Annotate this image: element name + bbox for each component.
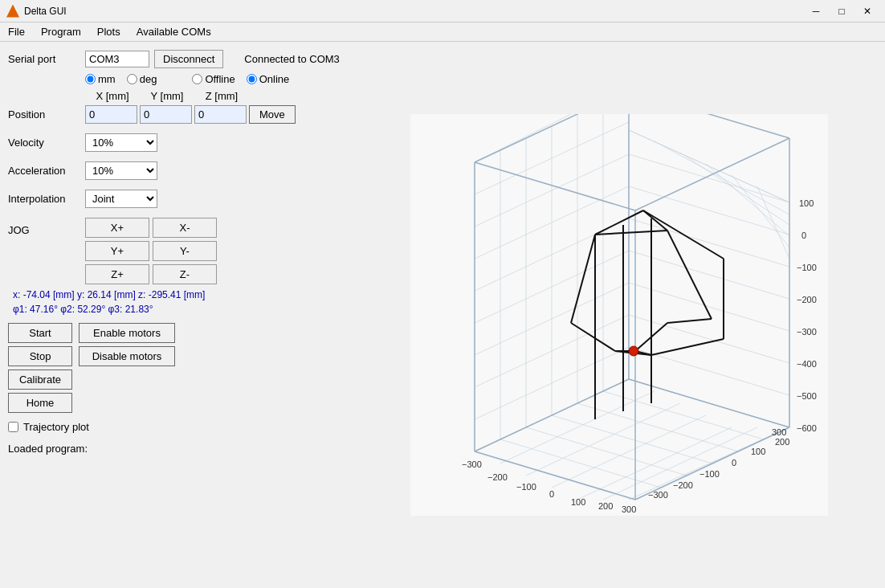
velocity-dropdown[interactable]: 10% 20% 30% 50% 100% (85, 133, 157, 152)
jog-xminus-button[interactable]: X- (153, 218, 217, 238)
svg-text:0: 0 (549, 489, 554, 499)
jog-yminus-button[interactable]: Y- (153, 241, 217, 261)
title-bar-text: Delta GUI (24, 6, 805, 17)
svg-text:0: 0 (732, 458, 736, 468)
svg-text:−400: −400 (797, 359, 817, 369)
velocity-row: Velocity 10% 20% 30% 50% 100% (8, 133, 353, 152)
close-button[interactable]: ✕ (856, 3, 879, 19)
position-label: Position (8, 108, 80, 120)
svg-text:−500: −500 (797, 391, 817, 401)
angles-display: φ1: 47.16° φ2: 52.29° φ3: 21.83° (13, 304, 353, 315)
position-row: Position Move (8, 105, 353, 124)
action-buttons: Start Stop Calibrate Home Enable motors … (8, 323, 353, 413)
disable-motors-button[interactable]: Disable motors (79, 346, 175, 366)
title-bar-controls: ─ □ ✕ (805, 3, 879, 19)
y-header: Y [mm] (140, 90, 194, 102)
acceleration-row: Acceleration 10% 20% 30% 50% 100% (8, 161, 353, 180)
menu-available-coms[interactable]: Available COMs (128, 24, 219, 39)
radio-mm[interactable]: mm (85, 73, 116, 85)
jog-label: JOG (8, 224, 80, 236)
x-header: X [mm] (85, 90, 140, 102)
end-effector (629, 346, 638, 356)
home-button[interactable]: Home (8, 393, 72, 413)
units-radio-row: mm deg Offline Online (85, 73, 353, 85)
coordinates-display: x: -74.04 [mm] y: 26.14 [mm] z: -295.41 … (13, 289, 353, 300)
z-header: Z [mm] (194, 90, 249, 102)
position-inputs: Move (85, 105, 296, 124)
calibrate-button[interactable]: Calibrate (8, 370, 72, 390)
connected-text: Connected to COM3 (244, 53, 340, 65)
interpolation-label: Interpolation (8, 193, 80, 205)
jog-buttons-row1: X+ X- (85, 218, 217, 238)
3d-chart: 100 0 −100 −200 −300 −400 −500 −600 −300… (410, 114, 828, 516)
jog-yplus-button[interactable]: Y+ (85, 241, 149, 261)
radio-deg[interactable]: deg (127, 73, 157, 85)
svg-text:−100: −100 (699, 469, 720, 479)
svg-text:200: 200 (598, 501, 613, 511)
position-x-input[interactable] (85, 105, 137, 124)
menu-bar: File Program Plots Available COMs (0, 22, 885, 42)
svg-text:0: 0 (801, 231, 806, 240)
interpolation-row: Interpolation Joint Linear (8, 190, 353, 208)
svg-text:200: 200 (775, 437, 789, 447)
jog-buttons-row3: Z+ Z- (85, 264, 217, 284)
svg-text:−300: −300 (797, 327, 817, 337)
svg-text:−200: −200 (487, 472, 508, 482)
acceleration-label: Acceleration (8, 165, 80, 177)
jog-zplus-button[interactable]: Z+ (85, 264, 149, 284)
serial-port-row: Serial port Disconnect Connected to COM3 (8, 50, 353, 68)
loaded-program: Loaded program: (8, 443, 353, 455)
disconnect-button[interactable]: Disconnect (154, 50, 223, 68)
svg-text:300: 300 (772, 427, 786, 437)
right-panel: 100 0 −100 −200 −300 −400 −500 −600 −300… (361, 50, 877, 580)
svg-text:100: 100 (571, 497, 585, 507)
velocity-label: Velocity (8, 137, 80, 149)
position-col-headers: X [mm] Y [mm] Z [mm] (85, 90, 353, 102)
enable-motors-button[interactable]: Enable motors (79, 323, 175, 343)
jog-controls: X+ X- Y+ Y- Z+ Z- (85, 218, 217, 284)
svg-text:−600: −600 (797, 423, 817, 433)
app-icon (6, 5, 19, 18)
radio-offline[interactable]: Offline (192, 73, 235, 85)
main-content: Serial port Disconnect Connected to COM3… (0, 42, 885, 588)
menu-plots[interactable]: Plots (89, 24, 128, 39)
svg-text:−100: −100 (797, 263, 817, 272)
motor-col: Enable motors Disable motors (79, 323, 175, 413)
minimize-button[interactable]: ─ (805, 3, 827, 19)
trajectory-label: Trajectory plot (23, 421, 89, 433)
menu-program[interactable]: Program (33, 24, 89, 39)
svg-text:−300: −300 (462, 459, 482, 469)
start-button[interactable]: Start (8, 323, 72, 343)
serial-port-label: Serial port (8, 53, 80, 65)
left-panel: Serial port Disconnect Connected to COM3… (8, 50, 353, 580)
svg-text:100: 100 (799, 198, 814, 208)
svg-text:−200: −200 (797, 295, 817, 304)
trajectory-row: Trajectory plot (8, 421, 353, 433)
radio-group: mm deg Offline Online (85, 73, 289, 85)
jog-row: JOG X+ X- Y+ Y- Z+ Z- (8, 218, 353, 284)
trajectory-checkbox[interactable] (8, 422, 18, 432)
position-z-input[interactable] (194, 105, 247, 124)
svg-text:−300: −300 (648, 490, 668, 500)
interpolation-dropdown[interactable]: Joint Linear (85, 190, 157, 208)
jog-xplus-button[interactable]: X+ (85, 218, 149, 238)
menu-file[interactable]: File (0, 24, 33, 39)
chart-svg: 100 0 −100 −200 −300 −400 −500 −600 −300… (410, 114, 828, 516)
svg-text:−200: −200 (673, 480, 693, 490)
svg-text:−100: −100 (516, 482, 536, 492)
title-bar: Delta GUI ─ □ ✕ (0, 0, 885, 22)
radio-online[interactable]: Online (247, 73, 290, 85)
svg-text:300: 300 (622, 504, 636, 514)
jog-buttons-row2: Y+ Y- (85, 241, 217, 261)
action-col-left: Start Stop Calibrate Home (8, 323, 72, 413)
stop-button[interactable]: Stop (8, 346, 72, 366)
acceleration-dropdown[interactable]: 10% 20% 30% 50% 100% (85, 161, 157, 180)
move-button[interactable]: Move (249, 105, 296, 124)
position-y-input[interactable] (140, 105, 192, 124)
jog-zminus-button[interactable]: Z- (153, 264, 217, 284)
maximize-button[interactable]: □ (830, 3, 853, 19)
serial-port-input[interactable] (85, 51, 149, 67)
svg-text:100: 100 (751, 447, 765, 456)
